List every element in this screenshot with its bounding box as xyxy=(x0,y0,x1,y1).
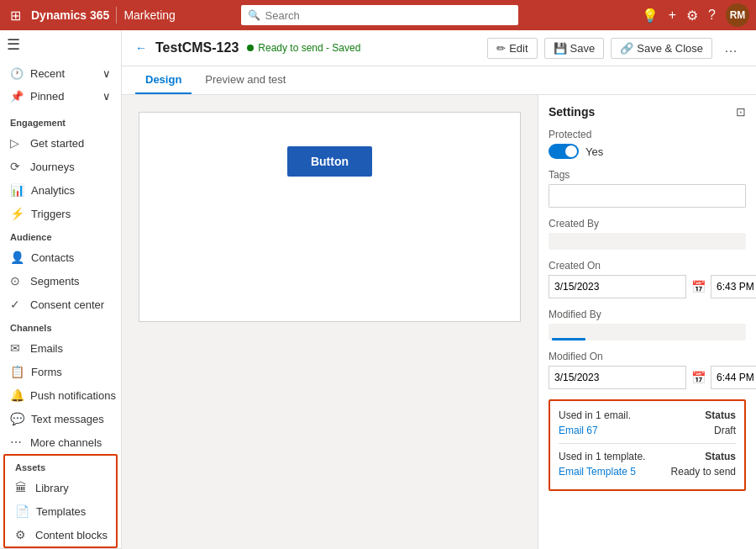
status-text: Ready to send - Saved xyxy=(258,42,360,54)
sidebar-audience-section: Audience 👤 Contacts ⊙ Segments ✓ Consent… xyxy=(0,225,121,316)
usage-email-link-row: Email 67 Draft xyxy=(559,425,736,436)
usage-email-status-value: Draft xyxy=(714,425,736,436)
back-button[interactable]: ← xyxy=(135,41,147,55)
templates-icon: 📄 xyxy=(15,504,29,518)
settings-panel: Settings ⊡ Protected Yes Tags xyxy=(538,95,756,549)
add-icon[interactable]: + xyxy=(669,8,676,23)
canvas-button[interactable]: Button xyxy=(287,146,372,177)
analytics-icon: 📊 xyxy=(10,183,24,197)
canvas-area: Button xyxy=(122,95,538,549)
sidebar-item-label: Contacts xyxy=(31,251,74,264)
waffle-menu-icon[interactable]: ⊞ xyxy=(7,4,24,27)
tab-preview-and-test[interactable]: Preview and test xyxy=(195,66,296,94)
canvas-frame: Button xyxy=(139,112,521,322)
sidebar-item-consent-center[interactable]: ✓ Consent center xyxy=(0,293,121,316)
save-button[interactable]: 💾 Save xyxy=(544,38,605,59)
emails-icon: ✉ xyxy=(10,341,24,355)
settings-title: Settings xyxy=(549,105,595,119)
usage-divider xyxy=(559,443,736,444)
sidebar-assets-section: Assets 🏛 Library 📄 Templates ⚙ Content b… xyxy=(3,454,118,548)
sidebar-item-library[interactable]: 🏛 Library xyxy=(5,476,116,499)
sidebar-top: ☰ xyxy=(0,30,121,59)
audience-header: Audience xyxy=(0,225,121,245)
created-date-input[interactable] xyxy=(549,275,686,298)
sidebar-item-journeys[interactable]: ⟳ Journeys xyxy=(0,155,121,178)
created-on-label: Created On xyxy=(549,260,746,272)
settings-icon[interactable]: ⚙ xyxy=(686,8,698,24)
content-header: ← TestCMS-123 Ready to send - Saved ✏ Ed… xyxy=(122,30,756,66)
sidebar-menu-icon[interactable]: ☰ xyxy=(7,33,20,56)
sidebar-item-label: Emails xyxy=(30,342,63,355)
sidebar-item-get-started[interactable]: ▷ Get started xyxy=(0,131,121,155)
tags-label: Tags xyxy=(549,169,746,181)
pinned-chevron-icon: ∨ xyxy=(102,90,111,103)
sidebar-pinned-collapse[interactable]: 📌 Pinned ∨ xyxy=(0,85,121,108)
more-channels-icon: ⋯ xyxy=(10,436,24,449)
sidebar-item-emails[interactable]: ✉ Emails xyxy=(0,336,121,360)
usage-template-row: Used in 1 template. Status xyxy=(559,451,736,462)
modified-date-input[interactable] xyxy=(549,366,686,389)
created-by-value xyxy=(549,233,746,250)
usage-template-link-row: Email Template 5 Ready to send xyxy=(559,466,736,478)
search-bar[interactable]: 🔍 xyxy=(241,5,518,25)
sidebar-item-label: Forms xyxy=(31,366,62,378)
tab-design[interactable]: Design xyxy=(135,66,192,94)
sidebar-recent-section: 🕐 Recent ∨ 📌 Pinned ∨ xyxy=(0,59,121,111)
pinned-label: Pinned xyxy=(30,90,64,103)
sidebar-item-triggers[interactable]: ⚡ Triggers xyxy=(0,202,121,225)
sidebar: ☰ 🕐 Recent ∨ 📌 Pinned ∨ Engagement xyxy=(0,30,122,549)
sidebar-item-segments[interactable]: ⊙ Segments xyxy=(0,269,121,293)
tags-input[interactable] xyxy=(549,184,746,208)
search-input[interactable] xyxy=(265,9,512,22)
main-content: ← TestCMS-123 Ready to send - Saved ✏ Ed… xyxy=(122,30,756,549)
sidebar-item-push-notifications[interactable]: 🔔 Push notifications xyxy=(0,383,121,407)
sidebar-item-label: More channels xyxy=(30,436,102,449)
module-name: Marketing xyxy=(123,8,175,22)
usage-template-status-value: Ready to send xyxy=(671,466,736,478)
brand-logo: Dynamics 365 xyxy=(31,8,109,22)
push-icon: 🔔 xyxy=(10,388,24,402)
engagement-header: Engagement xyxy=(0,111,121,131)
sidebar-item-label: Journeys xyxy=(30,161,75,173)
more-actions-button[interactable]: … xyxy=(719,37,743,59)
sidebar-item-content-blocks[interactable]: ⚙ Content blocks xyxy=(5,523,116,546)
usage-section: Used in 1 email. Status Email 67 Draft U… xyxy=(549,399,746,491)
protected-toggle[interactable] xyxy=(549,144,579,159)
user-avatar[interactable]: RM xyxy=(726,3,749,27)
sidebar-item-forms[interactable]: 📋 Forms xyxy=(0,360,121,383)
protected-label: Protected xyxy=(549,129,746,140)
save-close-button[interactable]: 🔗 Save & Close xyxy=(611,38,712,59)
sidebar-recent-collapse[interactable]: 🕐 Recent ∨ xyxy=(0,62,121,85)
sidebar-item-text-messages[interactable]: 💬 Text messages xyxy=(0,407,121,430)
sidebar-engagement-section: Engagement ▷ Get started ⟳ Journeys 📊 An… xyxy=(0,111,121,225)
sidebar-item-label: Segments xyxy=(30,275,80,288)
modified-on-row: 📅 🕐 xyxy=(549,366,746,389)
sidebar-item-templates[interactable]: 📄 Templates xyxy=(5,499,116,523)
edit-button[interactable]: ✏ Edit xyxy=(487,38,537,59)
record-title: TestCMS-123 xyxy=(155,40,239,55)
email-template-5-link[interactable]: Email Template 5 xyxy=(559,466,636,478)
modified-date-calendar-icon[interactable]: 📅 xyxy=(691,371,706,384)
forms-icon: 📋 xyxy=(10,365,24,378)
usage-email-status-label: Status xyxy=(705,409,736,421)
sidebar-item-contacts[interactable]: 👤 Contacts xyxy=(0,245,121,269)
sidebar-item-label: Content blocks xyxy=(35,529,108,541)
sidebar-item-label: Text messages xyxy=(31,413,104,425)
created-time-input[interactable] xyxy=(711,275,756,298)
recent-label: Recent xyxy=(30,67,65,80)
sidebar-item-more-channels[interactable]: ⋯ More channels xyxy=(0,430,121,454)
created-on-row: 📅 🕐 xyxy=(549,275,746,298)
created-date-calendar-icon[interactable]: 📅 xyxy=(691,280,706,293)
segments-icon: ⊙ xyxy=(10,274,24,288)
edit-label: Edit xyxy=(509,42,528,55)
content-area: Button Settings ⊡ Protected Yes xyxy=(122,95,756,549)
edit-icon: ✏ xyxy=(496,42,506,55)
status-dot-icon xyxy=(247,45,254,51)
expand-icon[interactable]: ⊡ xyxy=(736,105,746,119)
email-67-link[interactable]: Email 67 xyxy=(559,425,598,436)
usage-email-row: Used in 1 email. Status xyxy=(559,409,736,421)
help-icon[interactable]: ? xyxy=(708,8,716,23)
lightbulb-icon[interactable]: 💡 xyxy=(642,8,659,24)
sidebar-item-analytics[interactable]: 📊 Analytics xyxy=(0,178,121,202)
modified-time-input[interactable] xyxy=(711,366,756,389)
